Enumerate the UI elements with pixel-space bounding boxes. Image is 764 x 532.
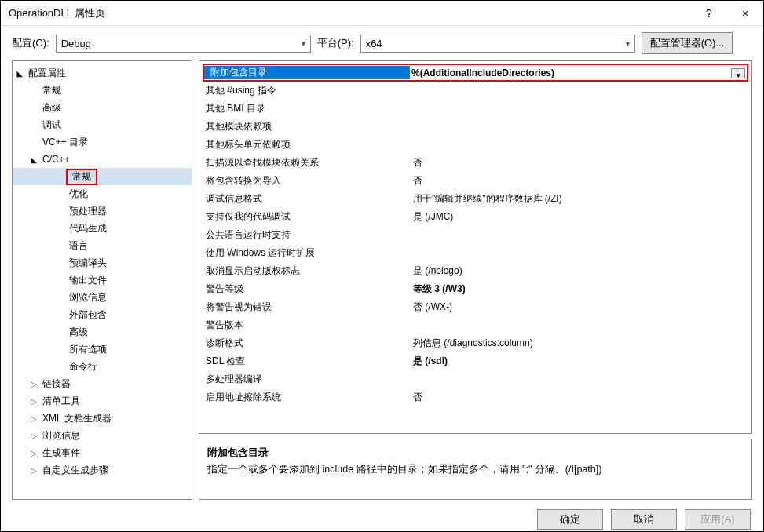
property-value[interactable]: 是 (/sdl) bbox=[411, 355, 751, 368]
property-name: 警告版本 bbox=[199, 319, 411, 332]
tree-item[interactable]: 外部包含 bbox=[13, 306, 192, 323]
tree-item-label: 清单工具 bbox=[39, 395, 83, 408]
property-value[interactable]: 是 (/nologo) bbox=[411, 264, 751, 278]
tree-item[interactable]: 高级 bbox=[13, 323, 192, 341]
tree-item-label: 优化 bbox=[66, 188, 91, 201]
property-name: 支持仅我的代码调试 bbox=[199, 210, 411, 224]
tree-item[interactable]: 所有选项 bbox=[13, 341, 192, 358]
tree-item[interactable]: 调试 bbox=[13, 116, 192, 133]
property-row[interactable]: 启用地址擦除系统否 bbox=[199, 388, 751, 406]
property-name: 公共语言运行时支持 bbox=[199, 228, 411, 242]
property-value[interactable]: 否 (/WX-) bbox=[411, 301, 751, 314]
property-row[interactable]: 将警告视为错误否 (/WX-) bbox=[199, 298, 751, 316]
tree-item[interactable]: ◢配置属性 bbox=[13, 64, 192, 82]
dropdown-button[interactable]: ▾ bbox=[731, 68, 745, 78]
tree-item-label: 输出文件 bbox=[66, 274, 110, 287]
property-value[interactable]: 否 bbox=[411, 391, 751, 404]
help-button[interactable]: ? bbox=[691, 1, 727, 26]
expand-icon[interactable]: ▷ bbox=[28, 432, 39, 440]
property-value[interactable]: 等级 3 (/W3) bbox=[411, 282, 751, 296]
tree-item-label: 浏览信息 bbox=[39, 429, 83, 443]
property-row[interactable]: 其他模块依赖项 bbox=[199, 118, 751, 136]
property-name: SDL 检查 bbox=[199, 355, 411, 368]
tree-item[interactable]: ▷浏览信息 bbox=[13, 427, 192, 444]
config-manager-button[interactable]: 配置管理器(O)... bbox=[642, 32, 733, 54]
close-button[interactable]: × bbox=[727, 1, 763, 26]
tree-item-label: 预编译头 bbox=[66, 257, 110, 270]
platform-combo[interactable]: x64 ▾ bbox=[360, 35, 635, 53]
property-name: 启用地址擦除系统 bbox=[199, 391, 411, 404]
property-value[interactable]: %(AdditionalIncludeDirectories)▾ bbox=[410, 67, 747, 78]
platform-value: x64 bbox=[366, 38, 382, 49]
tree-item-label: 高级 bbox=[39, 101, 64, 115]
property-name: 附加包含目录 bbox=[204, 66, 410, 79]
tree-item[interactable]: ◢C/C++ bbox=[13, 151, 192, 168]
property-row[interactable]: 多处理器编译 bbox=[199, 370, 751, 388]
tree-item[interactable]: 常规 bbox=[13, 168, 192, 185]
tree-item-label: 配置属性 bbox=[25, 67, 69, 80]
tree-item-label: 预处理器 bbox=[66, 205, 110, 218]
tree-item[interactable]: 预处理器 bbox=[13, 202, 192, 220]
property-row[interactable]: 扫描源以查找模块依赖关系否 bbox=[199, 154, 751, 172]
property-row[interactable]: 调试信息格式用于"编辑并继续"的程序数据库 (/ZI) bbox=[199, 190, 751, 208]
ok-button[interactable]: 确定 bbox=[537, 509, 603, 530]
tree-item[interactable]: ▷生成事件 bbox=[13, 444, 192, 461]
tree-item-label: 命令行 bbox=[66, 360, 101, 373]
property-row[interactable]: 警告版本 bbox=[199, 316, 751, 334]
property-name: 使用 Windows 运行时扩展 bbox=[199, 246, 411, 260]
tree-item[interactable]: 语言 bbox=[13, 237, 192, 254]
expand-icon[interactable]: ▷ bbox=[28, 414, 39, 423]
property-row[interactable]: SDL 检查是 (/sdl) bbox=[199, 352, 751, 370]
expand-icon[interactable]: ▷ bbox=[28, 380, 39, 388]
tree-item[interactable]: 浏览信息 bbox=[13, 289, 192, 306]
description-title: 附加包含目录 bbox=[207, 446, 744, 460]
tree-item[interactable]: ▷XML 文档生成器 bbox=[13, 410, 192, 427]
property-value[interactable]: 用于"编辑并继续"的程序数据库 (/ZI) bbox=[411, 192, 751, 206]
tree-item-label: C/C++ bbox=[39, 154, 73, 165]
tree-item[interactable]: 高级 bbox=[13, 99, 192, 116]
tree-item[interactable]: 优化 bbox=[13, 185, 192, 202]
property-grid: 附加包含目录%(AdditionalIncludeDirectories)▾其他… bbox=[199, 60, 752, 434]
property-row[interactable]: 附加包含目录%(AdditionalIncludeDirectories)▾ bbox=[203, 64, 748, 82]
property-name: 取消显示启动版权标志 bbox=[199, 264, 411, 278]
tree-item[interactable]: VC++ 目录 bbox=[13, 133, 192, 151]
property-name: 其他 #using 指令 bbox=[199, 84, 411, 97]
property-value[interactable]: 否 bbox=[411, 174, 751, 188]
tree-item[interactable]: 代码生成 bbox=[13, 220, 192, 237]
tree-item[interactable]: 预编译头 bbox=[13, 254, 192, 271]
tree-item[interactable]: ▷链接器 bbox=[13, 375, 192, 392]
tree-item-label: 代码生成 bbox=[66, 222, 110, 235]
property-row[interactable]: 取消显示启动版权标志是 (/nologo) bbox=[199, 262, 751, 280]
tree-item[interactable]: 命令行 bbox=[13, 358, 192, 375]
property-row[interactable]: 将包含转换为导入否 bbox=[199, 172, 751, 190]
property-row[interactable]: 其他 BMI 目录 bbox=[199, 100, 751, 118]
property-value[interactable]: 是 (/JMC) bbox=[411, 210, 751, 224]
tree-item-label: VC++ 目录 bbox=[39, 136, 91, 149]
tree-item[interactable]: ▷自定义生成步骤 bbox=[13, 461, 192, 479]
property-row[interactable]: 其他 #using 指令 bbox=[199, 82, 751, 100]
property-row[interactable]: 诊断格式列信息 (/diagnostics:column) bbox=[199, 334, 751, 352]
tree-item-label: 自定义生成步骤 bbox=[39, 464, 111, 477]
expand-icon[interactable]: ▷ bbox=[28, 449, 39, 457]
config-value: Debug bbox=[61, 38, 91, 49]
tree-item[interactable]: 常规 bbox=[13, 82, 192, 99]
property-row[interactable]: 公共语言运行时支持 bbox=[199, 226, 751, 244]
tree-item-label: 常规 bbox=[39, 84, 64, 97]
tree-item[interactable]: ▷清单工具 bbox=[13, 392, 192, 410]
expand-icon[interactable]: ▷ bbox=[28, 397, 39, 406]
description-text: 指定一个或多个要添加到 include 路径中的目录；如果指定多个，请用 ";"… bbox=[207, 463, 744, 476]
property-value[interactable]: 列信息 (/diagnostics:column) bbox=[411, 337, 751, 350]
property-row[interactable]: 警告等级等级 3 (/W3) bbox=[199, 280, 751, 298]
tree-item[interactable]: 输出文件 bbox=[13, 271, 192, 289]
property-name: 多处理器编译 bbox=[199, 373, 411, 386]
collapse-icon[interactable]: ◢ bbox=[28, 155, 39, 164]
expand-icon[interactable]: ▷ bbox=[28, 466, 39, 475]
property-row[interactable]: 使用 Windows 运行时扩展 bbox=[199, 244, 751, 262]
property-row[interactable]: 支持仅我的代码调试是 (/JMC) bbox=[199, 208, 751, 226]
apply-button[interactable]: 应用(A) bbox=[685, 509, 751, 530]
property-value[interactable]: 否 bbox=[411, 156, 751, 169]
config-combo[interactable]: Debug ▾ bbox=[56, 35, 311, 53]
collapse-icon[interactable]: ◢ bbox=[14, 69, 25, 78]
cancel-button[interactable]: 取消 bbox=[611, 509, 677, 530]
property-row[interactable]: 其他标头单元依赖项 bbox=[199, 136, 751, 154]
